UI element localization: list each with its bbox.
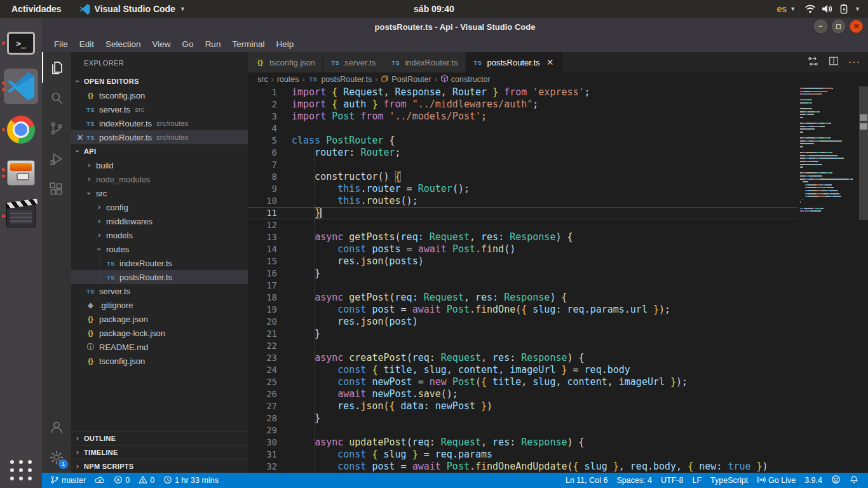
activity-explorer-icon[interactable] — [42, 52, 71, 83]
dock-item-vscode[interactable] — [0, 66, 42, 107]
dock-item-chrome[interactable] — [0, 109, 42, 150]
tree-item-tsconfig.json[interactable]: {}tsconfig.json — [71, 354, 248, 368]
menu-item-go[interactable]: Go — [177, 36, 200, 52]
code-line-29[interactable]: 29 — [248, 424, 868, 437]
open-editor-indexRouter.ts[interactable]: TSindexRouter.tssrc/routes — [71, 116, 248, 130]
status-typescript[interactable]: TypeScript — [706, 473, 752, 488]
breadcrumb-item-routes[interactable]: routes — [277, 75, 299, 84]
panel-header-timeline[interactable]: ›TIMELINE — [71, 445, 248, 459]
status-utf-8[interactable]: UTF-8 — [656, 473, 688, 488]
status-spaces-4[interactable]: Spaces: 4 — [612, 473, 656, 488]
tree-item-README.md[interactable]: ⓘREADME.md — [71, 340, 248, 354]
menu-item-run[interactable]: Run — [200, 36, 227, 52]
tree-item-package.json[interactable]: {}package.json — [71, 312, 248, 326]
tree-item-.gitignore[interactable]: ◆.gitignore — [71, 298, 248, 312]
code-line-16[interactable]: 16 } — [248, 268, 868, 280]
code-line-31[interactable]: 31 const { slug } = req.params — [248, 449, 868, 461]
status-bell[interactable] — [845, 473, 863, 488]
status-cloud-upload[interactable] — [90, 473, 109, 488]
minimap[interactable] — [797, 86, 859, 473]
code-line-26[interactable]: 26 await newPost.save(); — [248, 388, 868, 400]
more-actions-icon[interactable]: ··· — [848, 57, 860, 68]
status-master[interactable]: master — [46, 473, 90, 488]
code-line-18[interactable]: 18 async getPost(req: Request, res: Resp… — [248, 292, 868, 304]
tree-item-middlewares[interactable]: ›middlewares — [71, 214, 248, 228]
tab-tsconfig.json[interactable]: {}tsconfig.json — [248, 52, 322, 72]
breadcrumb-item-src[interactable]: src — [257, 75, 268, 84]
status-0[interactable]: 0 — [109, 473, 134, 488]
status-0[interactable]: 0 — [134, 473, 159, 488]
app-menu[interactable]: Visual Studio Code ▼ — [79, 4, 186, 15]
tree-item-postsRouter.ts[interactable]: TSpostsRouter.ts — [71, 270, 248, 284]
tree-item-config[interactable]: ›config — [71, 200, 248, 214]
activity-account-icon[interactable] — [42, 412, 71, 442]
activity-source-control-icon[interactable] — [42, 113, 71, 144]
tree-item-build[interactable]: ›build — [71, 158, 248, 172]
code-line-10[interactable]: 10 this.routes(); — [248, 195, 868, 207]
tree-item-indexRouter.ts[interactable]: TSindexRouter.ts — [71, 256, 248, 270]
tab-postsRouter.ts[interactable]: TSpostsRouter.ts✕ — [466, 52, 562, 72]
project-section-header[interactable]: › API — [71, 144, 248, 158]
tree-item-src[interactable]: ›src — [71, 186, 248, 200]
status-go-live[interactable]: Go Live — [752, 473, 800, 488]
breadcrumb-item-PostRouter[interactable]: PostRouter — [381, 74, 431, 85]
code-line-14[interactable]: 14 const posts = await Post.find() — [248, 243, 868, 255]
dock-item-terminal[interactable]: >_ — [0, 23, 42, 64]
code-line-22[interactable]: 22 — [248, 340, 868, 352]
activity-extensions-icon[interactable] — [42, 174, 71, 205]
code-line-5[interactable]: 5class PostRouter { — [248, 135, 868, 147]
code-line-15[interactable]: 15 res.json(posts) — [248, 255, 868, 268]
code-line-4[interactable]: 4 — [248, 123, 868, 135]
code-line-23[interactable]: 23 async createPost(req: Request, res: R… — [248, 352, 868, 364]
menu-item-selection[interactable]: Selection — [100, 36, 147, 52]
breadcrumb-item-postsRouter.ts[interactable]: TSpostsRouter.ts — [308, 75, 372, 84]
open-editor-server.ts[interactable]: TSserver.tssrc — [71, 102, 248, 116]
keyboard-layout-indicator[interactable]: es ▼ — [777, 4, 796, 14]
status-3.9.4[interactable]: 3.9.4 — [800, 473, 827, 488]
open-editors-header[interactable]: › OPEN EDITORS — [71, 74, 248, 88]
maximize-button[interactable]: ◻ — [832, 20, 845, 33]
code-line-9[interactable]: 9 this.router = Router(); — [248, 183, 868, 195]
code-line-20[interactable]: 20 res.json(post) — [248, 316, 868, 328]
status-1-hr-33-mins[interactable]: 1 hr 33 mins — [159, 473, 223, 488]
code-line-17[interactable]: 17 — [248, 280, 868, 292]
code-line-13[interactable]: 13 async getPosts(req: Request, res: Res… — [248, 231, 868, 243]
tree-item-models[interactable]: ›models — [71, 228, 248, 242]
titlebar[interactable]: postsRouter.ts - Api - Visual Studio Cod… — [42, 18, 868, 36]
panel-header-npm-scripts[interactable]: ›NPM SCRIPTS — [71, 459, 248, 473]
system-tray[interactable]: ▼ — [804, 4, 860, 14]
activity-search-icon[interactable] — [42, 83, 71, 113]
close-icon[interactable]: ✕ — [546, 57, 555, 67]
status-ln-11-col-6[interactable]: Ln 11, Col 6 — [561, 473, 612, 488]
breadcrumb-item-constructor[interactable]: constructor — [440, 74, 491, 85]
code-line-32[interactable]: 32 const post = await Post.findOneAndUpd… — [248, 461, 868, 473]
tree-item-server.ts[interactable]: TSserver.ts — [71, 284, 248, 298]
menu-item-edit[interactable]: Edit — [74, 36, 100, 52]
code-line-11[interactable]: 11 } — [248, 207, 868, 219]
code-line-25[interactable]: 25 const newPost = new Post({ title, slu… — [248, 376, 868, 388]
code-line-27[interactable]: 27 res.json({ data: newPost }) — [248, 400, 868, 412]
open-editor-tsconfig.json[interactable]: {}tsconfig.json — [71, 88, 248, 102]
code-line-2[interactable]: 2import { auth } from "../middlewares/au… — [248, 98, 868, 111]
open-changes-icon[interactable] — [807, 55, 819, 70]
tree-item-node_modules[interactable]: ›node_modules — [71, 172, 248, 186]
minimize-button[interactable]: − — [814, 20, 827, 33]
code-line-12[interactable]: 12 — [248, 219, 868, 231]
scrollbar-thumb[interactable] — [859, 86, 868, 220]
code-line-21[interactable]: 21 } — [248, 328, 868, 340]
activities-button[interactable]: Actividades — [8, 4, 65, 14]
code-line-3[interactable]: 3import Post from '../models/Post'; — [248, 111, 868, 123]
split-editor-icon[interactable] — [828, 55, 839, 69]
tree-item-routes[interactable]: ›routes — [71, 242, 248, 256]
dock-item-video-editor[interactable] — [0, 196, 42, 236]
menu-item-help[interactable]: Help — [270, 36, 299, 52]
vertical-scrollbar[interactable] — [859, 86, 868, 473]
activity-settings-gear-icon[interactable]: 1 — [42, 442, 71, 473]
menu-item-terminal[interactable]: Terminal — [226, 36, 270, 52]
code-line-8[interactable]: 8 constructor() { — [248, 171, 868, 183]
status-feedback-smiley[interactable] — [827, 473, 845, 488]
menu-item-file[interactable]: File — [48, 36, 74, 52]
panel-header-outline[interactable]: ›OUTLINE — [71, 431, 248, 445]
code-line-28[interactable]: 28 } — [248, 412, 868, 424]
code-line-19[interactable]: 19 const post = await Post.findOne({ slu… — [248, 304, 868, 316]
